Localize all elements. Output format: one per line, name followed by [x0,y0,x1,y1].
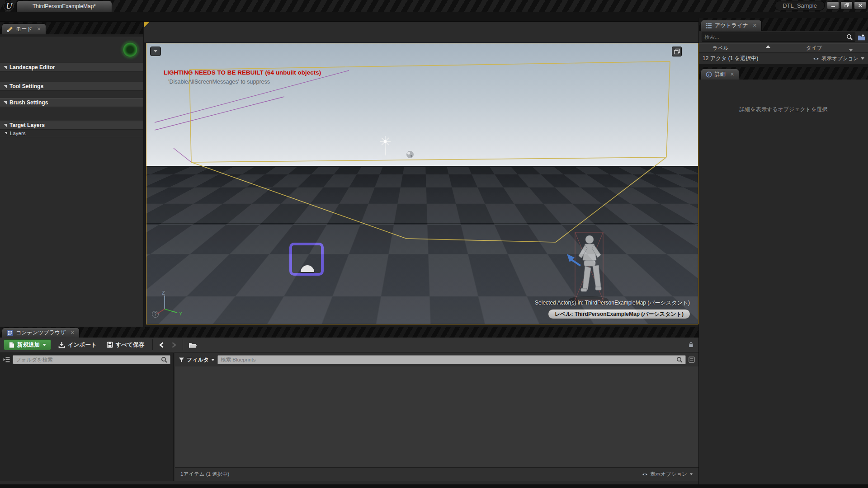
import-icon [58,342,65,348]
level-tab-title: ThirdPersonExampleMap* [33,3,96,9]
svg-text:Y: Y [179,311,183,316]
asset-grid [175,367,698,466]
import-button[interactable]: インポート [56,341,99,349]
modes-panel: モード ✕ Landscape Editor Tool Settings Bru… [0,22,144,327]
details-tab-well: i 詳細 ✕ [699,67,868,80]
maximize-viewport-button[interactable] [672,47,682,56]
folder-tree [0,366,173,368]
restore-button[interactable] [840,1,853,9]
folder-search-input[interactable] [16,357,161,362]
modes-tab-icon [7,26,13,33]
column-label[interactable]: ラベル [699,45,728,52]
folder-search-row [0,353,173,366]
viewport-gizmo-overlay: Y Z [146,43,698,324]
outliner-column-header[interactable]: ラベル タイプ [699,43,868,53]
toolbar-corner-decoration [144,22,150,28]
mannequin-character [567,232,609,304]
path-folder-icon [189,342,197,348]
close-button[interactable] [854,1,866,9]
folder-tree-pane [0,353,174,481]
saved-filters-icon[interactable] [689,357,695,363]
asset-pane: フィルタ 1アイテム (1 選択中) 表示オプション [175,353,698,481]
svg-text:Z: Z [162,290,165,296]
search-icon [676,357,683,363]
tab-details[interactable]: i 詳細 ✕ [701,69,739,80]
main-toolbar [144,22,698,43]
outliner-search-row [699,31,868,43]
dock-divider [699,64,868,67]
content-browser-tab-well: コンテンツブラウザ ✕ [0,327,698,338]
viewport-toolbar [150,47,164,56]
level-viewport[interactable]: Y Z LIGHTING NEEDS TO BE REBUILT (64 unb… [146,43,698,324]
outliner-list-icon [706,23,712,29]
toolbar-separator [152,339,153,350]
level-tab[interactable]: ThirdPersonExampleMap* [16,0,112,12]
tab-outliner[interactable]: アウトライナ ✕ [701,20,762,31]
viewport-options-dropdown[interactable] [150,47,161,56]
landscape-tutorial-button[interactable] [123,42,138,57]
landscape-gizmo-brush[interactable] [289,243,324,276]
tab-modes[interactable]: モード ✕ [2,23,46,34]
section-tool-settings[interactable]: Tool Settings [0,82,143,91]
transform-snap-toolbar [670,47,682,56]
sources-toggle-icon[interactable] [3,356,10,363]
world-axis-gizmo: Y Z [157,290,183,316]
collapse-arrow-icon [4,124,7,127]
outliner-footer: 12 アクタ (1 を選択中) 表示オプション [699,53,868,64]
gizmo-heightmap-dome [301,265,314,272]
close-icon[interactable]: ✕ [71,330,75,336]
outliner-search-box[interactable] [702,33,855,42]
forward-arrow-icon[interactable] [170,342,177,348]
window-controls [827,1,866,9]
section-brush-settings[interactable]: Brush Settings [0,98,143,107]
back-arrow-icon[interactable] [158,342,166,348]
funnel-icon [179,357,184,363]
close-icon[interactable]: ✕ [37,26,41,32]
asset-search-input[interactable] [221,357,676,362]
item-count: 1アイテム (1 選択中) [180,471,229,478]
lighting-warning-hint: 'DisableAllScreenMessages' to suppress [168,79,270,85]
collapse-arrow-icon [4,85,7,88]
tab-content-browser[interactable]: コンテンツブラウザ ✕ [2,328,80,338]
save-all-button[interactable]: すべて保存 [104,341,147,349]
minimize-button[interactable] [827,1,839,9]
tool-settings-rows [0,91,143,98]
view-options-button[interactable]: 表示オプション [813,55,864,62]
search-icon [846,34,853,40]
close-icon[interactable]: ✕ [730,71,734,77]
collapse-arrow-icon [5,132,7,135]
unreal-editor-window: U ThirdPersonExampleMap* DTL_Sample モード … [0,0,868,488]
project-name-badge: DTL_Sample [775,1,825,10]
content-browser-tab-label: コンテンツブラウザ [16,329,66,337]
section-landscape-editor[interactable]: Landscape Editor [0,63,143,72]
svg-text:i: i [708,72,710,77]
section-target-layers[interactable]: Target Layers [0,121,143,130]
outliner-search-input[interactable] [704,34,846,40]
right-dock: アウトライナ ✕ ラベル タイプ 12 アクタ (1 を選択中) 表示オプション [698,18,868,488]
help-icon[interactable]: ? [152,311,159,318]
close-icon[interactable]: ✕ [753,23,757,28]
lock-icon[interactable] [688,342,694,348]
modes-tab-well: モード ✕ [0,22,143,34]
layers-group[interactable]: Layers [0,130,143,137]
filters-button[interactable]: フィルタ [179,356,215,364]
asset-search-box[interactable] [217,355,686,364]
landscape-submodes [0,37,143,63]
column-type[interactable]: タイプ [806,45,822,52]
add-new-button[interactable]: 新規追加 [4,339,51,350]
asset-footer: 1アイテム (1 選択中) 表示オプション [175,467,698,481]
current-level-button[interactable]: レベル: ThirdPersonExampleMap (パーシスタント) [548,309,690,319]
folder-search-box[interactable] [13,355,170,364]
content-browser: コンテンツブラウザ ✕ 新規追加 インポート すべて保存 [0,327,698,484]
directional-light-sprite [380,136,391,155]
collapse-arrow-icon [4,66,7,69]
toolbar-separator [183,339,183,350]
save-all-icon [107,342,113,348]
new-folder-icon[interactable] [858,34,865,41]
selected-actor-readout: Selected Actor(s) in: ThirdPersonExample… [535,299,690,307]
content-browser-icon [7,330,13,336]
view-options-button[interactable]: 表示オプション [642,471,693,478]
search-icon [161,357,167,363]
details-empty-message: 詳細を表示するオブジェクトを選択 [699,106,868,113]
actor-count: 12 アクタ (1 を選択中) [703,55,758,62]
